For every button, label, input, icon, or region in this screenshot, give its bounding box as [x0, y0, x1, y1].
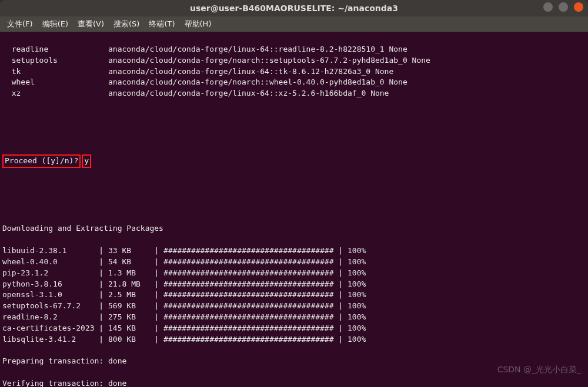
close-icon[interactable]: [574, 2, 583, 12]
menu-edit[interactable]: 编辑(E): [39, 18, 72, 31]
minimize-icon[interactable]: [543, 2, 553, 12]
package-line: tk anaconda/cloud/conda-forge/linux-64::…: [2, 66, 586, 78]
proceed-answer: y: [82, 154, 91, 168]
trans-verify: Verifying transaction: done: [2, 378, 586, 387]
blank-line: [2, 133, 586, 144]
download-header: Downloading and Extracting Packages: [2, 223, 586, 234]
download-row: python-3.8.16 | 21.8 MB | ##############…: [2, 279, 586, 290]
download-row: setuptools-67.7.2 | 569 KB | ###########…: [2, 301, 586, 312]
blank-line: [2, 110, 586, 122]
download-row: ca-certificates-2023 | 145 KB | ########…: [2, 323, 586, 334]
menu-terminal[interactable]: 终端(T): [145, 18, 178, 31]
download-row: wheel-0.40.0 | 54 KB | #################…: [2, 257, 586, 268]
menu-search[interactable]: 搜索(S): [110, 18, 143, 31]
blank-line: [2, 201, 586, 213]
package-line: xz anaconda/cloud/conda-forge/linux-64::…: [2, 88, 586, 99]
proceed-line: Proceed ([y]/n)?y: [2, 154, 586, 168]
package-line: setuptools anaconda/cloud/conda-forge/no…: [2, 55, 586, 66]
maximize-icon[interactable]: [559, 2, 568, 12]
package-list: readline anaconda/cloud/conda-forge/linu…: [2, 44, 586, 99]
window-controls: [543, 2, 583, 12]
titlebar: user@user-B460MAORUSELITE: ~/anaconda3: [0, 0, 588, 16]
blank-line: [2, 179, 586, 190]
package-line: wheel anaconda/cloud/conda-forge/noarch:…: [2, 77, 586, 88]
download-row: libuuid-2.38.1 | 33 KB | ###############…: [2, 245, 586, 257]
package-line: readline anaconda/cloud/conda-forge/linu…: [2, 44, 586, 55]
menubar: 文件(F) 编辑(E) 查看(V) 搜索(S) 终端(T) 帮助(H): [0, 16, 588, 32]
window-title: user@user-B460MAORUSELITE: ~/anaconda3: [190, 4, 398, 13]
menu-file[interactable]: 文件(F): [4, 18, 36, 31]
watermark: CSDN @_光光小白菜_: [497, 365, 581, 375]
terminal-body[interactable]: readline anaconda/cloud/conda-forge/linu…: [0, 32, 588, 387]
terminal-window: user@user-B460MAORUSELITE: ~/anaconda3 文…: [0, 0, 588, 387]
download-row: pip-23.1.2 | 1.3 MB | ##################…: [2, 268, 586, 279]
download-row: readline-8.2 | 275 KB | ################…: [2, 312, 586, 323]
download-row: openssl-3.1.0 | 2.5 MB | ###############…: [2, 290, 586, 301]
download-list: libuuid-2.38.1 | 33 KB | ###############…: [2, 245, 586, 345]
menu-help[interactable]: 帮助(H): [181, 18, 215, 31]
proceed-prompt: Proceed ([y]/n)?: [2, 154, 81, 168]
menu-view[interactable]: 查看(V): [74, 18, 108, 31]
download-row: libsqlite-3.41.2 | 800 KB | ############…: [2, 334, 586, 345]
